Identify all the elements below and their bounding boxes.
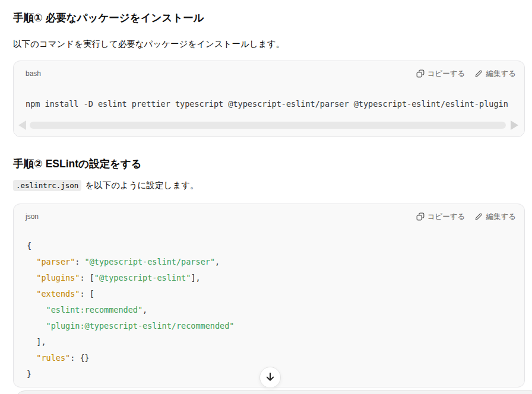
scrollbar-thumb[interactable]	[30, 122, 506, 129]
triangle-left-icon[interactable]	[18, 120, 26, 130]
triangle-right-icon[interactable]	[511, 120, 518, 130]
code-content: npm install -D eslint prettier typescrip…	[14, 78, 524, 110]
step-1-paragraph: 以下のコマンドを実行して必要なパッケージをインストールします。	[13, 24, 525, 50]
code-actions: コピーする 編集する	[416, 212, 516, 221]
copy-code-button[interactable]: コピーする	[416, 212, 466, 221]
bottom-panel	[15, 390, 532, 394]
step-2-heading: 手順② ESLintの設定をする	[13, 137, 525, 170]
copy-icon	[416, 212, 425, 221]
edit-button-label: 編集する	[486, 212, 516, 221]
copy-icon	[416, 69, 425, 78]
pencil-icon	[474, 69, 483, 78]
copy-button-label: コピーする	[428, 212, 466, 221]
code-content: { "parser": "@typescript-eslint/parser",…	[14, 221, 524, 387]
code-block-json: json コピーする	[13, 204, 525, 387]
edit-code-button[interactable]: 編集する	[474, 212, 516, 221]
code-actions: コピーする 編集する	[416, 69, 516, 78]
code-language-label: bash	[26, 69, 41, 78]
copy-button-label: コピーする	[428, 69, 466, 78]
arrow-down-icon	[265, 371, 276, 384]
chat-page: 手順① 必要なパッケージをインストール 以下のコマンドを実行して必要なパッケージ…	[0, 0, 532, 394]
code-block-header: bash コピーする	[14, 61, 524, 78]
code-block-header: json コピーする	[14, 204, 524, 221]
step-2-paragraph: .eslintrc.json を以下のように設定します。	[13, 170, 525, 192]
edit-button-label: 編集する	[486, 69, 516, 78]
message-content: 手順① 必要なパッケージをインストール 以下のコマンドを実行して必要なパッケージ…	[0, 0, 532, 387]
horizontal-scrollbar	[14, 120, 524, 136]
step-2-paragraph-text: を以下のように設定します。	[83, 180, 198, 190]
scroll-to-bottom-button[interactable]	[259, 367, 281, 388]
edit-code-button[interactable]: 編集する	[474, 69, 516, 78]
pencil-icon	[474, 212, 483, 221]
copy-code-button[interactable]: コピーする	[416, 69, 466, 78]
code-block-bash: bash コピーする	[13, 61, 525, 137]
inline-code-filename: .eslintrc.json	[13, 180, 81, 191]
code-language-label: json	[26, 212, 39, 221]
step-1-heading: 手順① 必要なパッケージをインストール	[13, 0, 525, 24]
